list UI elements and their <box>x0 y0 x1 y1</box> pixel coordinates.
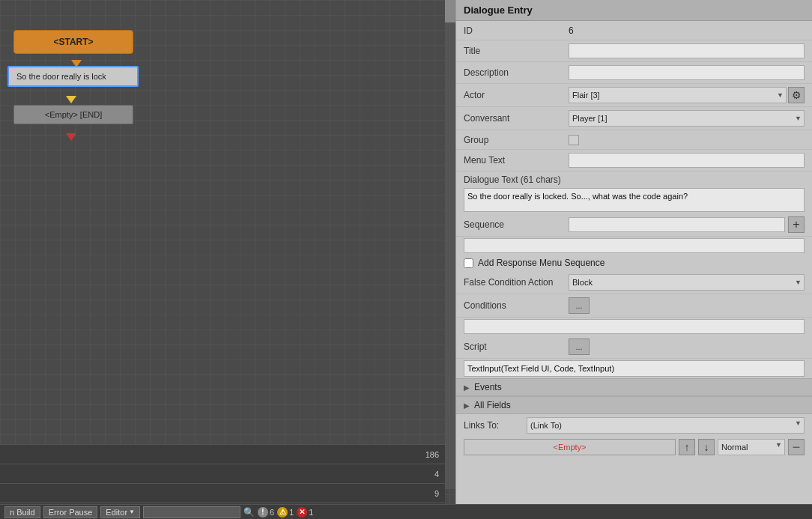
normal-select-wrapper[interactable]: Normal <box>718 439 785 455</box>
start-node-label: <START> <box>53 37 93 47</box>
canvas-bottom-panel: 186 4 9 <box>0 444 445 504</box>
all-fields-triangle-icon: ▶ <box>464 401 470 410</box>
link-down-button[interactable]: ↓ <box>698 439 715 455</box>
empty-link-button[interactable]: <Empty> <box>464 439 676 455</box>
dialogue-node[interactable]: So the door really is lock <box>7 66 139 87</box>
conversant-select-wrapper[interactable]: Player [1] <box>569 110 805 127</box>
add-response-row: Add Response Menu Sequence <box>456 255 812 271</box>
empty-node-label: <Empty> [END] <box>45 110 102 119</box>
actor-select-wrapper[interactable]: Flair [3] <box>569 87 787 103</box>
error-pause-button[interactable]: Error Pause <box>43 506 98 518</box>
sequence-label: Sequence <box>464 219 569 230</box>
dialogue-node-label: So the door really is lock <box>16 72 106 81</box>
script-text-value: TextInput(Text Field UI, Code, TextInput… <box>467 364 614 373</box>
info-icon: ! <box>258 507 268 518</box>
canvas-scrollbar[interactable] <box>445 0 455 489</box>
menu-text-label: Menu Text <box>464 155 569 166</box>
info-badge: ! 6 <box>258 507 274 518</box>
script-label: Script <box>464 342 569 352</box>
dialogue-text-area[interactable]: So the door really is locked. So..., wha… <box>464 188 805 212</box>
false-condition-row: False Condition Action Block <box>456 271 812 294</box>
panel-title: Dialogue Entry <box>456 0 812 21</box>
actor-row: Actor Flair [3] ⚙ <box>456 84 812 107</box>
minus-icon: − <box>793 440 801 455</box>
search-input[interactable] <box>143 506 240 518</box>
conditions-input-area <box>456 318 812 336</box>
all-fields-section[interactable]: ▶ All Fields <box>456 396 812 414</box>
conditions-label: Conditions <box>464 300 569 311</box>
warning-badge: ⚠ 1 <box>277 507 294 518</box>
link-up-button[interactable]: ↑ <box>679 439 695 455</box>
links-to-row: Links To: (Link To) <box>456 414 812 437</box>
description-input[interactable] <box>569 65 805 80</box>
num2-row: 9 <box>0 484 445 503</box>
warning-count: 1 <box>289 508 294 517</box>
right-panel: Dialogue Entry ID 6 Title Description Ac… <box>455 0 812 504</box>
sequence-input[interactable] <box>569 217 785 232</box>
conditions-header-row: Conditions ... <box>456 294 812 318</box>
id-label: ID <box>464 25 569 36</box>
conversant-select[interactable]: Player [1] <box>569 110 805 127</box>
empty-link-label: <Empty> <box>553 443 586 452</box>
title-label: Title <box>464 46 569 56</box>
group-checkbox[interactable] <box>569 135 579 145</box>
title-input[interactable] <box>569 43 805 58</box>
sequence-add-button[interactable]: + <box>788 216 805 233</box>
false-condition-select-wrapper[interactable]: Block <box>569 274 805 291</box>
script-ellipsis-button[interactable]: ... <box>569 339 590 355</box>
description-row: Description <box>456 62 812 84</box>
id-row: ID 6 <box>456 21 812 40</box>
empty-link-row: <Empty> ↑ ↓ Normal − <box>456 437 812 458</box>
editor-button[interactable]: Editor ▼ <box>100 506 140 518</box>
error-badge: ✕ 1 <box>297 507 313 518</box>
script-text-area: TextInput(Text Field UI, Code, TextInput… <box>464 360 805 377</box>
num1-row: 4 <box>0 464 445 484</box>
script-header-row: Script ... <box>456 336 812 359</box>
line-count-value: 186 <box>425 450 439 459</box>
conversant-row: Conversant Player [1] <box>456 107 812 130</box>
search-icon: 🔍 <box>243 507 255 518</box>
sequence-value-input[interactable] <box>464 238 805 253</box>
error-count: 1 <box>309 508 313 517</box>
arrow-up-icon: ↑ <box>685 441 690 453</box>
false-condition-select[interactable]: Block <box>569 274 805 291</box>
error-icon: ✕ <box>297 507 307 518</box>
editor-dropdown-icon: ▼ <box>129 509 135 515</box>
start-node[interactable]: <START> <box>13 30 133 54</box>
empty-node[interactable]: <Empty> [END] <box>13 105 133 124</box>
canvas-area[interactable]: <START> So the door really is lock <Empt… <box>0 0 455 504</box>
line-count-row: 186 <box>0 445 445 464</box>
arrow-dialogue-empty <box>66 96 76 103</box>
conditions-ellipsis-button[interactable]: ... <box>569 297 590 314</box>
links-to-label: Links To: <box>464 420 524 431</box>
build-button[interactable]: n Build <box>4 506 40 518</box>
normal-select[interactable]: Normal <box>718 439 785 455</box>
info-count: 6 <box>270 508 274 517</box>
events-section[interactable]: ▶ Events <box>456 378 812 396</box>
editor-label: Editor <box>106 508 127 517</box>
bottom-bar: n Build Error Pause Editor ▼ 🔍 ! 6 ⚠ 1 ✕… <box>0 504 812 519</box>
sequence-input-area <box>456 237 812 255</box>
actor-settings-button[interactable]: ⚙ <box>788 87 805 103</box>
events-label: Events <box>474 382 502 392</box>
group-row: Group <box>456 130 812 150</box>
events-triangle-icon: ▶ <box>464 383 470 392</box>
dialogue-text-value: So the door really is locked. So..., wha… <box>467 192 688 201</box>
description-label: Description <box>464 67 569 78</box>
num2-value: 9 <box>434 489 439 498</box>
scroll-thumb[interactable] <box>445 0 455 22</box>
add-response-checkbox[interactable] <box>464 258 473 268</box>
menu-text-input[interactable] <box>569 153 805 168</box>
links-to-select[interactable]: (Link To) <box>527 417 805 434</box>
warning-icon: ⚠ <box>277 507 288 518</box>
conditions-input[interactable] <box>464 319 805 334</box>
conversant-label: Conversant <box>464 113 569 124</box>
links-to-select-wrapper[interactable]: (Link To) <box>527 417 805 434</box>
remove-link-button[interactable]: − <box>788 439 805 455</box>
id-value: 6 <box>569 25 805 36</box>
group-label: Group <box>464 135 569 145</box>
add-response-label: Add Response Menu Sequence <box>478 258 605 268</box>
title-row: Title <box>456 40 812 62</box>
arrow-down-icon: ↓ <box>704 441 709 453</box>
actor-select[interactable]: Flair [3] <box>569 87 787 103</box>
